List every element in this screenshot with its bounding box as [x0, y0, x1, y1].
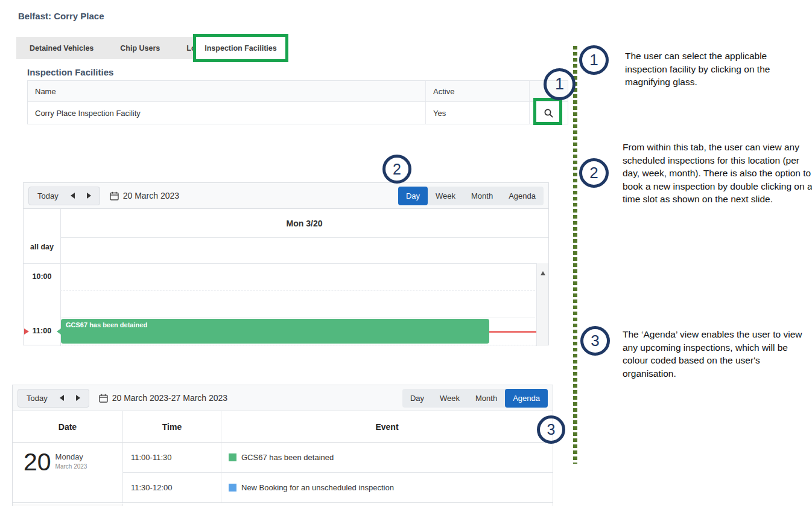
- section-heading: Inspection Facilities: [27, 67, 113, 77]
- page-title: Belfast: Corry Place: [18, 11, 104, 21]
- day-toolbar: Today 20 March 2023 Day Week Month Agend…: [24, 183, 548, 209]
- event-continuation-icon: [57, 328, 61, 335]
- view-button-month[interactable]: Month: [463, 187, 501, 205]
- view-button-week[interactable]: Week: [428, 187, 463, 205]
- scrollbar[interactable]: [536, 263, 548, 346]
- scroll-up-icon[interactable]: [541, 271, 545, 275]
- agenda-event-label: New Booking for an unscheduled inspectio…: [241, 483, 394, 492]
- day-column-header: Mon 3/20: [60, 209, 548, 238]
- callout-marker-2: 2: [382, 155, 411, 184]
- date-month-year: March 2023: [56, 463, 87, 470]
- scheduler-day-view: Today 20 March 2023 Day Week Month Agend…: [23, 182, 549, 345]
- date-weekday: Monday: [56, 452, 87, 461]
- grid-line-half-hour: [60, 290, 535, 291]
- view-button-agenda[interactable]: Agenda: [501, 187, 544, 205]
- time-label-11: 11:00: [24, 327, 60, 335]
- facility-active-cell: Yes: [426, 102, 530, 124]
- agenda-day-group: 20 Monday March 2023 11:00-11:30 GCS67 h…: [13, 443, 553, 503]
- date-range-label[interactable]: 20 March 2023-27 March 2023: [112, 393, 227, 403]
- next-row-sliver: [13, 504, 123, 506]
- day-grid[interactable]: Mon 3/20 all day 10:00 11:00 GCS67 has b…: [24, 209, 548, 346]
- time-label-10: 10:00: [24, 272, 60, 281]
- col-header-time: Time: [123, 411, 221, 442]
- highlight-box-active-tab: Inspection Facilities: [193, 34, 288, 62]
- calendar-icon: [99, 394, 108, 403]
- view-button-day[interactable]: Day: [398, 187, 428, 205]
- next-arrow-icon[interactable]: [76, 395, 80, 401]
- col-header-event: Event: [221, 411, 553, 442]
- col-header-name: Name: [28, 81, 426, 101]
- view-button-week[interactable]: Week: [432, 389, 468, 408]
- agenda-header-row: Date Time Event: [13, 411, 553, 443]
- scheduler-agenda-view: Today 20 March 2023-27 March 2023 Day We…: [12, 385, 553, 506]
- highlight-box-magnifier: [533, 98, 562, 125]
- view-switcher: Day Week Month Agenda: [398, 187, 544, 205]
- today-nav-group: Today: [28, 187, 100, 205]
- tab-inspection-facilities[interactable]: Inspection Facilities: [205, 37, 276, 59]
- note-marker-2: 2: [579, 158, 609, 188]
- date-day-number: 20: [24, 450, 51, 502]
- event-color-swatch: [229, 453, 236, 461]
- note-marker-1: 1: [579, 45, 609, 75]
- prev-arrow-icon[interactable]: [60, 395, 64, 401]
- agenda-event-row[interactable]: 11:30-12:00 New Booking for an unschedul…: [123, 472, 553, 502]
- table-row: Corry Place Inspection Facility Yes: [28, 102, 568, 124]
- current-range-display: 20 March 2023-27 March 2023: [99, 393, 227, 403]
- agenda-event-cell: New Booking for an unscheduled inspectio…: [221, 473, 553, 502]
- tab-detained-vehicles[interactable]: Detained Vehicles: [16, 37, 107, 59]
- today-nav-group: Today: [17, 389, 89, 408]
- view-button-month[interactable]: Month: [468, 389, 505, 408]
- view-button-agenda[interactable]: Agenda: [505, 389, 548, 408]
- agenda-event-label: GCS67 has been detained: [241, 453, 334, 462]
- grid-line: [24, 263, 548, 264]
- facilities-header-row: Name Active: [28, 81, 568, 102]
- dotted-divider-line: [573, 46, 577, 464]
- event-color-swatch: [229, 484, 236, 492]
- tab-chip-users[interactable]: Chip Users: [107, 37, 173, 59]
- agenda-date-cell: 20 Monday March 2023: [13, 443, 123, 502]
- agenda-table: Date Time Event 20 Monday March 2023 11:…: [13, 411, 553, 506]
- callout-marker-1: 1: [544, 68, 576, 100]
- agenda-time-cell: 11:00-11:30: [123, 443, 221, 472]
- note-text-3: The ‘Agenda’ view enables the user to vi…: [623, 328, 808, 380]
- col-header-date: Date: [13, 411, 123, 442]
- agenda-toolbar: Today 20 March 2023-27 March 2023 Day We…: [13, 385, 553, 411]
- today-button[interactable]: Today: [37, 191, 59, 200]
- grid-line: [60, 318, 535, 318]
- note-marker-3: 3: [580, 326, 610, 356]
- event-label: GCS67 has been detained: [66, 321, 147, 328]
- view-button-day[interactable]: Day: [402, 389, 432, 408]
- event-gcs67-detained[interactable]: GCS67 has been detained: [61, 319, 489, 344]
- col-header-active: Active: [426, 81, 530, 101]
- facilities-table: Name Active Corry Place Inspection Facil…: [27, 80, 568, 124]
- note-text-2: From within this tab, the user can view …: [623, 141, 812, 206]
- agenda-time-cell: 11:30-12:00: [123, 473, 221, 502]
- today-button[interactable]: Today: [27, 394, 48, 403]
- agenda-event-row[interactable]: 11:00-11:30 GCS67 has been detained: [123, 443, 553, 472]
- note-text-1: The user can select the applicable inspe…: [625, 50, 807, 89]
- callout-marker-3: 3: [537, 415, 565, 444]
- calendar-icon: [110, 191, 119, 200]
- prev-arrow-icon[interactable]: [71, 193, 75, 199]
- all-day-label: all day: [24, 243, 60, 251]
- view-switcher: Day Week Month Agenda: [402, 389, 548, 408]
- grid-line-half-hour: [60, 345, 535, 345]
- date-label[interactable]: 20 March 2023: [123, 191, 179, 200]
- current-date-display: 20 March 2023: [110, 191, 179, 200]
- current-time-marker-icon: [24, 328, 29, 335]
- current-time-line: [489, 331, 536, 333]
- next-arrow-icon[interactable]: [87, 193, 91, 199]
- facility-name-cell: Corry Place Inspection Facility: [28, 102, 426, 124]
- agenda-event-cell: GCS67 has been detained: [221, 443, 553, 472]
